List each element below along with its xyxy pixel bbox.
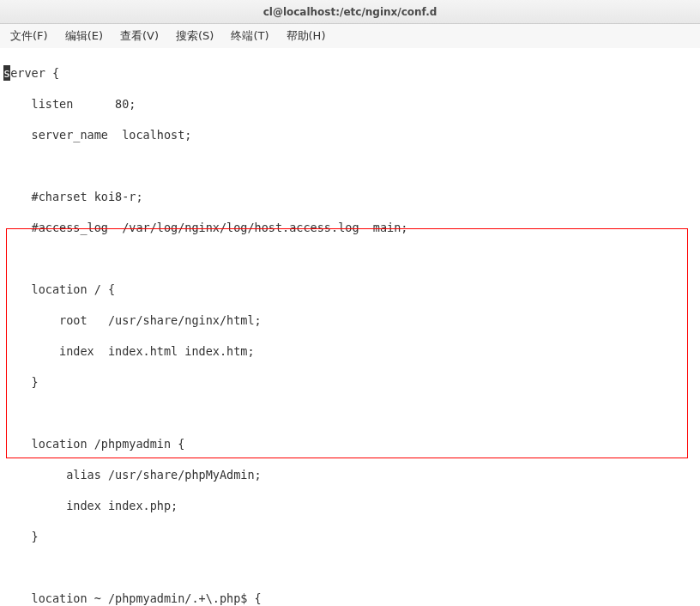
text-cursor: s — [3, 65, 10, 81]
code-text: erver { — [10, 66, 59, 80]
code-line: root /usr/share/nginx/html; — [3, 312, 697, 328]
terminal-content[interactable]: server { listen 80; server_name localhos… — [0, 48, 700, 606]
code-line: index index.php; — [3, 498, 697, 513]
code-line: } — [3, 529, 697, 544]
menubar: 文件(F) 编辑(E) 查看(V) 搜索(S) 终端(T) 帮助(H) — [0, 24, 700, 48]
code-line: #charset koi8-r; — [3, 189, 697, 204]
code-line: } — [3, 374, 697, 390]
code-line — [3, 251, 697, 266]
menu-terminal[interactable]: 终端(T) — [227, 27, 272, 45]
window-title: cl@localhost:/etc/nginx/conf.d — [263, 6, 438, 18]
code-line: listen 80; — [3, 96, 697, 112]
code-line: location ~ /phpmyadmin/.+\.php$ { — [3, 591, 697, 606]
code-line: server { — [3, 65, 697, 81]
menu-view[interactable]: 查看(V) — [117, 27, 162, 45]
code-line: alias /usr/share/phpMyAdmin; — [3, 467, 697, 482]
menu-search[interactable]: 搜索(S) — [172, 27, 217, 45]
menu-file[interactable]: 文件(F) — [7, 27, 51, 45]
code-line: location /phpmyadmin { — [3, 436, 697, 451]
menu-edit[interactable]: 编辑(E) — [62, 27, 106, 45]
code-line: location / { — [3, 282, 697, 297]
menu-help[interactable]: 帮助(H) — [283, 27, 329, 45]
window-titlebar: cl@localhost:/etc/nginx/conf.d — [0, 0, 700, 24]
code-line: server_name localhost; — [3, 127, 697, 142]
code-line — [3, 405, 697, 421]
code-line: index index.html index.htm; — [3, 343, 697, 359]
code-line: #access_log /var/log/nginx/log/host.acce… — [3, 220, 697, 235]
code-line — [3, 560, 697, 575]
code-line — [3, 158, 697, 173]
